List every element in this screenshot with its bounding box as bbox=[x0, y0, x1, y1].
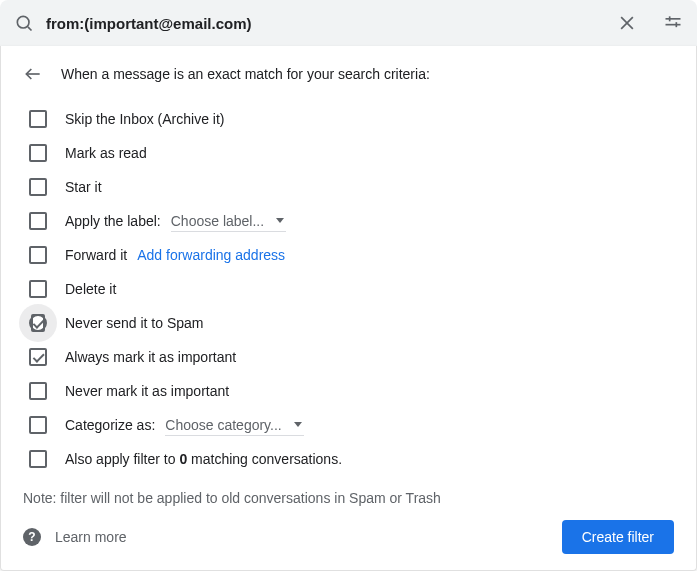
chevron-down-icon bbox=[276, 218, 284, 223]
checkbox-never-spam[interactable] bbox=[29, 314, 47, 332]
option-mark-read: Mark as read bbox=[23, 136, 674, 170]
option-label: Apply the label: bbox=[65, 213, 161, 229]
search-bar bbox=[0, 0, 697, 46]
panel-header: When a message is an exact match for you… bbox=[23, 64, 674, 84]
panel-footer: ? Learn more Create filter bbox=[23, 520, 674, 554]
option-apply-label: Apply the label: Choose label... bbox=[23, 204, 674, 238]
checkbox-categorize[interactable] bbox=[29, 416, 47, 434]
option-label: Never send it to Spam bbox=[65, 315, 204, 331]
option-never-spam: Never send it to Spam bbox=[23, 306, 674, 340]
checkbox-star[interactable] bbox=[29, 178, 47, 196]
option-label: Delete it bbox=[65, 281, 116, 297]
option-label: Star it bbox=[65, 179, 102, 195]
checkbox-skip-inbox[interactable] bbox=[29, 110, 47, 128]
category-select[interactable]: Choose category... bbox=[165, 415, 303, 436]
checkbox-forward[interactable] bbox=[29, 246, 47, 264]
option-label: Also apply filter to 0 matching conversa… bbox=[65, 451, 342, 467]
add-forwarding-link[interactable]: Add forwarding address bbox=[137, 247, 285, 263]
option-label: Categorize as: bbox=[65, 417, 155, 433]
panel-title: When a message is an exact match for you… bbox=[61, 66, 430, 82]
checkbox-apply-label[interactable] bbox=[29, 212, 47, 230]
checkbox-delete[interactable] bbox=[29, 280, 47, 298]
option-skip-inbox: Skip the Inbox (Archive it) bbox=[23, 102, 674, 136]
clear-search-button[interactable] bbox=[609, 5, 645, 41]
search-icon bbox=[14, 13, 34, 33]
back-button[interactable] bbox=[23, 64, 43, 84]
checkbox-never-important[interactable] bbox=[29, 382, 47, 400]
checkbox-always-important[interactable] bbox=[29, 348, 47, 366]
option-label: Forward it bbox=[65, 247, 127, 263]
option-never-important: Never mark it as important bbox=[23, 374, 674, 408]
option-delete: Delete it bbox=[23, 272, 674, 306]
search-options-button[interactable] bbox=[655, 5, 691, 41]
chevron-down-icon bbox=[294, 422, 302, 427]
option-forward: Forward it Add forwarding address bbox=[23, 238, 674, 272]
option-categorize: Categorize as: Choose category... bbox=[23, 408, 674, 442]
create-filter-button[interactable]: Create filter bbox=[562, 520, 674, 554]
help-icon[interactable]: ? bbox=[23, 528, 41, 546]
svg-line-1 bbox=[28, 27, 32, 31]
learn-more-link[interactable]: Learn more bbox=[55, 529, 127, 545]
svg-point-0 bbox=[17, 16, 29, 28]
label-select[interactable]: Choose label... bbox=[171, 211, 286, 232]
option-always-important: Always mark it as important bbox=[23, 340, 674, 374]
option-label: Always mark it as important bbox=[65, 349, 236, 365]
option-label: Never mark it as important bbox=[65, 383, 229, 399]
option-label: Skip the Inbox (Archive it) bbox=[65, 111, 225, 127]
option-also-apply: Also apply filter to 0 matching conversa… bbox=[23, 442, 674, 476]
option-label: Mark as read bbox=[65, 145, 147, 161]
checkbox-also-apply[interactable] bbox=[29, 450, 47, 468]
checkbox-mark-read[interactable] bbox=[29, 144, 47, 162]
search-input[interactable] bbox=[44, 14, 599, 33]
note-text: Note: filter will not be applied to old … bbox=[23, 490, 674, 506]
option-star: Star it bbox=[23, 170, 674, 204]
filter-panel: When a message is an exact match for you… bbox=[0, 46, 697, 571]
